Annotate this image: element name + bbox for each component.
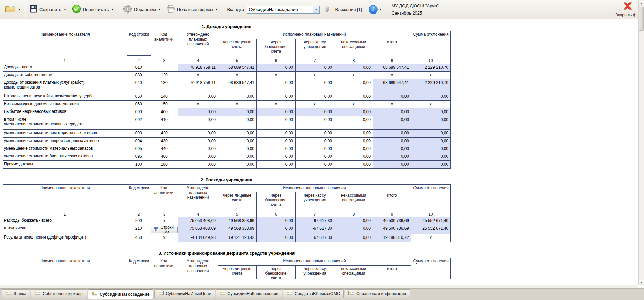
value-cell[interactable]: x xyxy=(334,72,373,79)
value-cell[interactable]: 0,00 xyxy=(296,145,334,153)
value-cell[interactable]: 0,00 xyxy=(411,116,451,130)
value-cell[interactable]: 0,00 xyxy=(334,145,373,153)
value-cell[interactable]: 49 500 736,69 xyxy=(373,217,411,225)
value-cell[interactable]: 75 053 408,09 xyxy=(178,217,218,225)
value-cell[interactable]: 68 689 547,41 xyxy=(218,64,257,72)
value-cell[interactable]: 0,00 xyxy=(218,145,257,153)
value-cell[interactable]: 0,00 xyxy=(373,161,411,169)
value-cell[interactable]: 0,00 xyxy=(373,116,411,130)
value-cell[interactable]: 0,00 xyxy=(257,161,296,169)
tab-select[interactable]: СубсидииНаГосзадание xyxy=(247,6,320,14)
value-cell[interactable]: 25 552 671,40 xyxy=(411,225,451,234)
value-cell[interactable]: 0,00 xyxy=(257,153,296,161)
value-cell[interactable]: 68 689 547,41 xyxy=(373,64,411,72)
value-cell[interactable]: 0,00 xyxy=(296,161,334,169)
value-cell[interactable]: x xyxy=(257,72,296,79)
value-cell[interactable]: 0,00 xyxy=(373,93,411,101)
value-cell[interactable]: x xyxy=(218,101,257,108)
value-cell[interactable]: 0,00 xyxy=(178,153,218,161)
value-cell[interactable]: 0,00 xyxy=(411,108,451,116)
value-cell[interactable]: 0,00 xyxy=(178,138,218,145)
value-cell[interactable]: 0,00 xyxy=(373,108,411,116)
value-cell[interactable]: x xyxy=(334,101,373,108)
value-cell[interactable]: x xyxy=(257,101,296,108)
value-cell[interactable]: 0,00 xyxy=(411,138,451,145)
value-cell[interactable]: -67 617,30 xyxy=(296,217,334,225)
value-cell[interactable]: 0,00 xyxy=(218,161,257,169)
value-cell[interactable]: 0,00 xyxy=(257,108,296,116)
value-cell[interactable]: x xyxy=(296,72,334,79)
strings-button[interactable]: Строки >> xyxy=(151,226,178,233)
value-cell[interactable]: 49 500 736,69 xyxy=(373,225,411,234)
value-cell[interactable]: 0,00 xyxy=(257,116,296,130)
bottom-tab-4[interactable]: СубсидииНаИныеЦели xyxy=(154,289,215,298)
value-cell[interactable]: 0,00 xyxy=(257,79,296,93)
combo-dropdown-button[interactable] xyxy=(313,6,319,13)
value-cell[interactable]: 70 918 758,11 xyxy=(178,79,218,93)
value-cell[interactable]: 0,00 xyxy=(218,108,257,116)
value-cell[interactable]: 0,00 xyxy=(411,93,451,101)
value-cell[interactable]: 68 689 547,41 xyxy=(373,79,411,93)
open-button[interactable] xyxy=(2,2,23,17)
value-cell[interactable]: 0,00 xyxy=(257,225,296,234)
value-cell[interactable]: 0,00 xyxy=(178,130,218,138)
value-cell[interactable]: 0,00 xyxy=(218,93,257,101)
value-cell[interactable]: 2 229 210,70 xyxy=(411,64,451,72)
info-button[interactable] xyxy=(369,5,382,14)
value-cell[interactable]: 0,00 xyxy=(334,64,373,72)
value-cell[interactable]: x xyxy=(296,101,334,108)
value-cell[interactable]: 75 053 408,09 xyxy=(178,225,218,234)
value-cell[interactable]: 49 568 353,99 xyxy=(218,225,257,234)
value-cell[interactable]: 0,00 xyxy=(334,161,373,169)
value-cell[interactable]: 0,00 xyxy=(178,93,218,101)
value-cell[interactable]: 67 617,30 xyxy=(296,234,334,242)
value-cell[interactable]: x xyxy=(373,72,411,79)
value-cell[interactable]: 0,00 xyxy=(218,130,257,138)
value-cell[interactable]: 0,00 xyxy=(373,130,411,138)
paperclip-icon[interactable] xyxy=(325,6,330,13)
value-cell[interactable]: x xyxy=(178,72,218,79)
value-cell[interactable]: 49 568 353,99 xyxy=(218,217,257,225)
value-cell[interactable]: 68 689 547,41 xyxy=(218,79,257,93)
value-cell[interactable]: 0,00 xyxy=(178,116,218,130)
value-cell[interactable]: 0,00 xyxy=(178,145,218,153)
value-cell[interactable]: x xyxy=(178,101,218,108)
value-cell[interactable]: 0,00 xyxy=(218,116,257,130)
value-cell[interactable]: x xyxy=(373,101,411,108)
value-cell[interactable]: 0,00 xyxy=(257,138,296,145)
value-cell[interactable]: 0,00 xyxy=(257,234,296,242)
value-cell[interactable]: 0,00 xyxy=(411,153,451,161)
value-cell[interactable]: 0,00 xyxy=(257,130,296,138)
value-cell[interactable]: 25 552 671,40 xyxy=(411,217,451,225)
bottom-tab-3[interactable]: СубсидииНаГосзадание xyxy=(88,289,153,299)
print-forms-button[interactable]: Печатные формы xyxy=(164,2,221,17)
value-cell[interactable]: 0,00 xyxy=(296,79,334,93)
value-cell[interactable]: x xyxy=(411,234,451,242)
value-cell[interactable]: 0,00 xyxy=(411,145,451,153)
bottom-tab-1[interactable]: Шапка xyxy=(2,289,30,298)
value-cell[interactable]: 0,00 xyxy=(218,153,257,161)
value-cell[interactable]: 0,00 xyxy=(334,93,373,101)
value-cell[interactable]: 0,00 xyxy=(411,161,451,169)
value-cell[interactable]: 0,00 xyxy=(178,108,218,116)
recalculate-button[interactable]: Пересчитать xyxy=(69,2,117,17)
value-cell[interactable]: 0,00 xyxy=(296,108,334,116)
bottom-tab-5[interactable]: СубсидииНаКапвложения xyxy=(216,289,282,298)
bottom-tab-2[interactable]: Собственныедоходы xyxy=(31,289,87,298)
value-cell[interactable]: 0,00 xyxy=(296,116,334,130)
attachments-label[interactable]: Вложения [1] xyxy=(335,7,362,12)
scrollbar-thumb[interactable] xyxy=(639,7,644,31)
bottom-tab-6[interactable]: СредстваВРамкахОМС xyxy=(283,289,344,298)
value-cell[interactable]: 0,00 xyxy=(373,145,411,153)
bottom-tab-7[interactable]: Справочная информация xyxy=(345,289,410,298)
value-cell[interactable]: 0,00 xyxy=(257,145,296,153)
value-cell[interactable]: 0,00 xyxy=(296,153,334,161)
value-cell[interactable]: -4 134 649,98 xyxy=(178,234,218,242)
value-cell[interactable]: 0,00 xyxy=(334,234,373,242)
value-cell[interactable]: 0,00 xyxy=(178,161,218,169)
value-cell[interactable]: 0,00 xyxy=(334,116,373,130)
value-cell[interactable]: x xyxy=(411,72,451,79)
value-cell[interactable]: 0,00 xyxy=(257,64,296,72)
scroll-down-button[interactable] xyxy=(639,280,644,285)
value-cell[interactable]: 0,00 xyxy=(296,138,334,145)
